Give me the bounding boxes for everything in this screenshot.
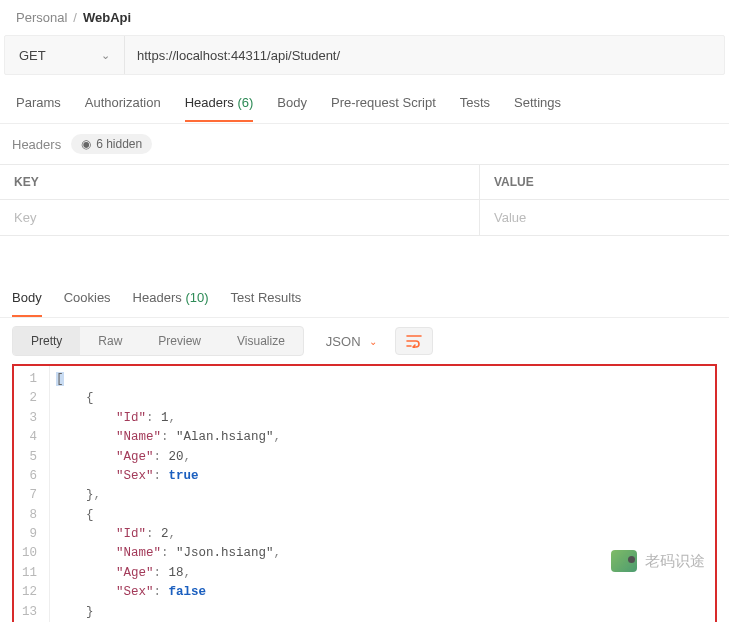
tab-settings[interactable]: Settings (514, 89, 561, 122)
response-tabs: Body Cookies Headers (10) Test Results (0, 286, 729, 317)
response-toolbar: Pretty Raw Preview Visualize JSON ⌄ (0, 318, 729, 364)
headers-label: Headers (12, 137, 61, 152)
resp-tab-testresults[interactable]: Test Results (231, 286, 302, 317)
tab-prerequest[interactable]: Pre-request Script (331, 89, 436, 122)
view-preview[interactable]: Preview (140, 327, 219, 355)
method-label: GET (19, 48, 46, 63)
view-raw[interactable]: Raw (80, 327, 140, 355)
resp-tab-headers-count: (10) (185, 290, 208, 305)
resp-tab-cookies[interactable]: Cookies (64, 286, 111, 317)
table-header-row: KEY VALUE (0, 165, 729, 200)
response-body-box: 1234567891011121314 [ { "Id": 1, "Name":… (12, 364, 717, 622)
watermark: 老码识途 (611, 550, 705, 572)
tab-authorization[interactable]: Authorization (85, 89, 161, 122)
view-mode-tabs: Pretty Raw Preview Visualize (12, 326, 304, 356)
url-input[interactable]: https://localhost:44311/api/Student/ (125, 36, 724, 74)
tab-tests[interactable]: Tests (460, 89, 490, 122)
wrap-lines-button[interactable] (395, 327, 433, 355)
tab-params[interactable]: Params (16, 89, 61, 122)
breadcrumb-sep: / (73, 10, 77, 25)
key-input[interactable]: Key (0, 200, 480, 235)
tab-headers-count: (6) (237, 95, 253, 110)
view-pretty[interactable]: Pretty (13, 327, 80, 355)
request-bar: GET ⌄ https://localhost:44311/api/Studen… (4, 35, 725, 75)
resp-tab-body[interactable]: Body (12, 286, 42, 317)
method-select[interactable]: GET ⌄ (5, 36, 125, 74)
tab-body[interactable]: Body (277, 89, 307, 122)
breadcrumb-current[interactable]: WebApi (83, 10, 131, 25)
eye-icon: ◉ (81, 137, 91, 151)
chevron-down-icon: ⌄ (369, 336, 377, 347)
value-input[interactable]: Value (480, 200, 729, 235)
tab-headers[interactable]: Headers (6) (185, 89, 254, 122)
request-tabs: Params Authorization Headers (6) Body Pr… (0, 89, 729, 123)
watermark-text: 老码识途 (645, 552, 705, 571)
line-gutter: 1234567891011121314 (14, 366, 50, 622)
col-value: VALUE (480, 165, 729, 199)
wrap-icon (406, 334, 422, 348)
hidden-count: 6 hidden (96, 137, 142, 151)
tab-headers-label: Headers (185, 95, 234, 110)
resp-tab-headers[interactable]: Headers (10) (133, 286, 209, 317)
headers-subheader: Headers ◉ 6 hidden (0, 124, 729, 164)
view-visualize[interactable]: Visualize (219, 327, 303, 355)
table-row: Key Value (0, 200, 729, 236)
wechat-logo-icon (611, 550, 637, 572)
breadcrumb: Personal / WebApi (0, 0, 729, 35)
chevron-down-icon: ⌄ (101, 49, 110, 62)
format-select[interactable]: JSON ⌄ (314, 328, 389, 355)
headers-table: KEY VALUE Key Value (0, 164, 729, 236)
col-key: KEY (0, 165, 480, 199)
hidden-headers-toggle[interactable]: ◉ 6 hidden (71, 134, 152, 154)
breadcrumb-root[interactable]: Personal (16, 10, 67, 25)
resp-tab-headers-label: Headers (133, 290, 182, 305)
response-body[interactable]: [ { "Id": 1, "Name": "Alan.hsiang", "Age… (50, 366, 287, 622)
format-label: JSON (326, 334, 361, 349)
